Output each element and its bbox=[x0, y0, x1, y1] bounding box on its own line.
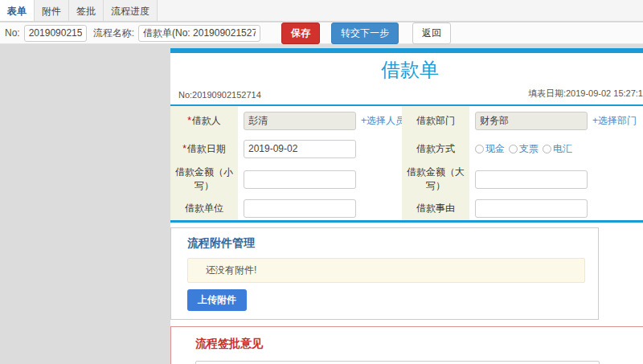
loan-reason-input[interactable] bbox=[475, 199, 588, 218]
form-right-column: 借款部门 +选择部门 借款方式 现金 支票 电汇 借款金额（大写） bbox=[402, 106, 643, 220]
amount-lower-input[interactable] bbox=[244, 170, 356, 189]
loan-unit-row: 借款单位 bbox=[170, 196, 402, 220]
loan-unit-label: 借款单位 bbox=[170, 196, 238, 220]
amount-upper-input[interactable] bbox=[475, 170, 588, 189]
amount-upper-row: 借款金额（大写） bbox=[402, 162, 643, 196]
no-input[interactable] bbox=[24, 25, 87, 42]
save-button[interactable]: 保存 bbox=[281, 22, 320, 44]
form-date-text: 填表日期:2019-09-02 15:27:1 bbox=[528, 88, 643, 100]
borrower-input[interactable] bbox=[244, 112, 356, 130]
required-marker: * bbox=[182, 142, 186, 156]
tab-form[interactable]: 表单 bbox=[0, 0, 35, 21]
loan-date-row: *借款日期 bbox=[170, 135, 402, 162]
select-person-link[interactable]: +选择人员 bbox=[361, 114, 405, 128]
form-no-text: No:20190902152714 bbox=[178, 90, 261, 100]
method-wire-radio[interactable]: 电汇 bbox=[543, 142, 572, 156]
loan-date-label: *借款日期 bbox=[170, 135, 238, 162]
action-toolbar: No: 流程名称: 保存 转交下一步 返回 bbox=[0, 22, 643, 44]
tab-approval[interactable]: 签批 bbox=[69, 0, 104, 21]
department-input[interactable] bbox=[475, 112, 588, 130]
borrower-row: *借款人 +选择人员 bbox=[170, 106, 402, 135]
department-label: 借款部门 bbox=[402, 106, 469, 135]
loan-unit-input[interactable] bbox=[244, 199, 356, 218]
upload-attachment-button[interactable]: 上传附件 bbox=[187, 289, 247, 311]
select-department-link[interactable]: +选择部门 bbox=[592, 114, 637, 128]
amount-upper-label: 借款金额（大写） bbox=[402, 162, 469, 196]
process-name-input[interactable] bbox=[138, 25, 260, 42]
tab-bar: 表单 附件 签批 流程进度 bbox=[0, 0, 643, 22]
radio-icon bbox=[509, 145, 518, 153]
radio-icon bbox=[543, 145, 551, 153]
approval-section: 流程签批意见 B I abc 12 ” 样式 格式 bbox=[170, 326, 643, 364]
tab-attachments[interactable]: 附件 bbox=[35, 0, 69, 21]
attachment-section-title: 流程附件管理 bbox=[187, 236, 585, 251]
loan-form-table: *借款人 +选择人员 *借款日期 借款金额（小写） 借款单位 bbox=[170, 106, 643, 223]
amount-lower-row: 借款金额（小写） bbox=[170, 162, 402, 196]
radio-icon bbox=[475, 145, 484, 153]
no-label: No: bbox=[5, 27, 20, 39]
loan-method-label: 借款方式 bbox=[402, 135, 469, 162]
required-marker: * bbox=[187, 114, 191, 128]
approval-section-title: 流程签批意见 bbox=[195, 337, 643, 351]
method-cash-radio[interactable]: 现金 bbox=[475, 142, 505, 156]
rich-text-editor: B I abc 12 ” 样式 格式 bbox=[195, 361, 600, 364]
forward-next-step-button[interactable]: 转交下一步 bbox=[331, 22, 399, 44]
loan-reason-label: 借款事由 bbox=[402, 196, 469, 220]
department-row: 借款部门 +选择部门 bbox=[402, 106, 643, 135]
borrower-label: *借款人 bbox=[170, 106, 238, 135]
form-meta-row: No:20190902152714 填表日期:2019-09-02 15:27:… bbox=[170, 86, 643, 106]
back-button[interactable]: 返回 bbox=[412, 22, 451, 44]
method-cheque-radio[interactable]: 支票 bbox=[509, 142, 539, 156]
loan-reason-row: 借款事由 bbox=[402, 196, 643, 220]
no-attachment-alert: 还没有附件! bbox=[187, 258, 585, 283]
tab-process-progress[interactable]: 流程进度 bbox=[104, 0, 158, 21]
loan-form-panel: 借款单 No:20190902152714 填表日期:2019-09-02 15… bbox=[170, 48, 643, 364]
process-name-label: 流程名称: bbox=[93, 27, 134, 40]
loan-method-row: 借款方式 现金 支票 电汇 bbox=[402, 135, 643, 162]
amount-lower-label: 借款金额（小写） bbox=[170, 162, 238, 196]
page-title: 借款单 bbox=[170, 53, 643, 86]
loan-date-input[interactable] bbox=[244, 140, 356, 158]
attachment-section: 流程附件管理 还没有附件! 上传附件 bbox=[170, 227, 599, 320]
form-left-column: *借款人 +选择人员 *借款日期 借款金额（小写） 借款单位 bbox=[170, 106, 402, 220]
